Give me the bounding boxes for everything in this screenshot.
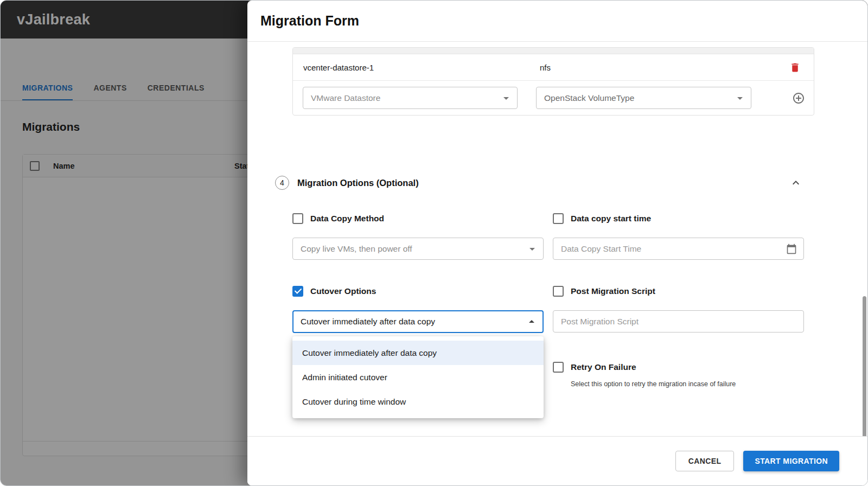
start-migration-button[interactable]: START MIGRATION xyxy=(743,451,839,471)
trash-icon xyxy=(789,62,801,73)
menu-item-admin-initiated[interactable]: Admin initiated cutover xyxy=(292,365,544,389)
options-grid: Data Copy Method Copy live VMs, then pow… xyxy=(292,212,804,388)
retry-on-failure-row: Retry On Failure xyxy=(553,361,804,374)
post-migration-script-label: Post Migration Script xyxy=(571,286,655,296)
data-copy-method-select[interactable]: Copy live VMs, then power off xyxy=(292,238,544,260)
data-copy-start-time-label: Data copy start time xyxy=(571,214,651,223)
step-number-badge: 4 xyxy=(275,176,289,190)
chevron-down-icon xyxy=(526,242,539,255)
plus-circle-icon xyxy=(792,92,805,105)
chevron-up-icon xyxy=(789,176,802,189)
mapping-row: vcenter-datastore-1 nfs xyxy=(293,54,814,81)
datastore-mapping-block: vcenter-datastore-1 nfs VMware Datastore xyxy=(292,47,814,116)
section-title: Migration Options (Optional) xyxy=(297,178,419,188)
data-copy-method-checkbox[interactable] xyxy=(292,213,303,224)
vmware-datastore-placeholder: VMware Datastore xyxy=(311,93,380,103)
post-migration-script-field xyxy=(553,310,804,332)
data-copy-start-time-row: Data copy start time xyxy=(553,212,804,225)
data-copy-method-label: Data Copy Method xyxy=(310,214,384,223)
data-copy-start-time-checkbox[interactable] xyxy=(553,213,564,224)
openstack-volumetype-select[interactable]: OpenStack VolumeType xyxy=(536,87,751,109)
cancel-button[interactable]: CANCEL xyxy=(675,451,735,471)
cutover-options-select[interactable]: Cutover immediately after data copy xyxy=(292,310,544,333)
chevron-down-icon xyxy=(733,92,746,105)
collapse-section-button[interactable] xyxy=(789,176,802,189)
mapping-select-row: VMware Datastore OpenStack VolumeType xyxy=(293,81,814,115)
calendar-button[interactable] xyxy=(786,244,799,254)
migration-form-drawer: Migration Form vcenter-datastore-1 nfs V… xyxy=(247,1,867,485)
chevron-down-icon xyxy=(500,92,513,105)
data-copy-start-time-field xyxy=(553,238,804,260)
drawer-title: Migration Form xyxy=(260,13,359,29)
mapping-table-header-clipped xyxy=(293,48,814,54)
data-copy-method-row: Data Copy Method xyxy=(292,212,544,225)
post-migration-script-checkbox[interactable] xyxy=(553,286,564,297)
post-migration-script-input[interactable] xyxy=(561,317,799,327)
data-copy-method-value: Copy live VMs, then power off xyxy=(301,244,412,254)
options-left-column: Data Copy Method Copy live VMs, then pow… xyxy=(292,212,544,388)
menu-item-time-window[interactable]: Cutover during time window xyxy=(292,389,544,414)
retry-on-failure-label: Retry On Failure xyxy=(571,362,636,372)
cutover-options-row: Cutover Options xyxy=(292,285,544,298)
cutover-options-label: Cutover Options xyxy=(310,286,376,296)
delete-mapping-button[interactable] xyxy=(789,62,801,73)
post-migration-script-row: Post Migration Script xyxy=(553,285,804,298)
cutover-select-wrapper: Cutover immediately after data copy Cuto… xyxy=(292,310,544,333)
data-copy-start-time-input[interactable] xyxy=(561,244,786,254)
add-mapping-button[interactable] xyxy=(792,92,805,105)
retry-on-failure-checkbox[interactable] xyxy=(553,362,564,373)
openstack-volumetype-placeholder: OpenStack VolumeType xyxy=(544,93,634,103)
drawer-body: vcenter-datastore-1 nfs VMware Datastore xyxy=(247,42,867,436)
retry-on-failure-block: Retry On Failure Select this option to r… xyxy=(553,361,804,388)
cutover-options-menu: Cutover immediately after data copy Admi… xyxy=(292,336,544,418)
migration-options-section-header: 4 Migration Options (Optional) xyxy=(275,175,802,190)
mapping-target-value: nfs xyxy=(540,63,551,72)
mapping-source-value: vcenter-datastore-1 xyxy=(303,63,374,72)
retry-helper-text: Select this option to retry the migratio… xyxy=(571,380,804,388)
drawer-header: Migration Form xyxy=(247,1,867,42)
calendar-icon xyxy=(786,244,797,254)
drawer-footer: CANCEL START MIGRATION xyxy=(247,436,867,485)
chevron-up-icon xyxy=(525,315,538,328)
options-right-column: Data copy start time Post Migration Scri… xyxy=(553,212,804,388)
vmware-datastore-select[interactable]: VMware Datastore xyxy=(303,87,518,109)
cutover-options-value: Cutover immediately after data copy xyxy=(301,317,435,327)
cutover-options-checkbox[interactable] xyxy=(292,286,303,297)
menu-item-cutover-immediately[interactable]: Cutover immediately after data copy xyxy=(292,341,544,365)
screenshot-frame: vJailbreak MIGRATIONS AGENTS CREDENTIALS… xyxy=(0,0,868,486)
